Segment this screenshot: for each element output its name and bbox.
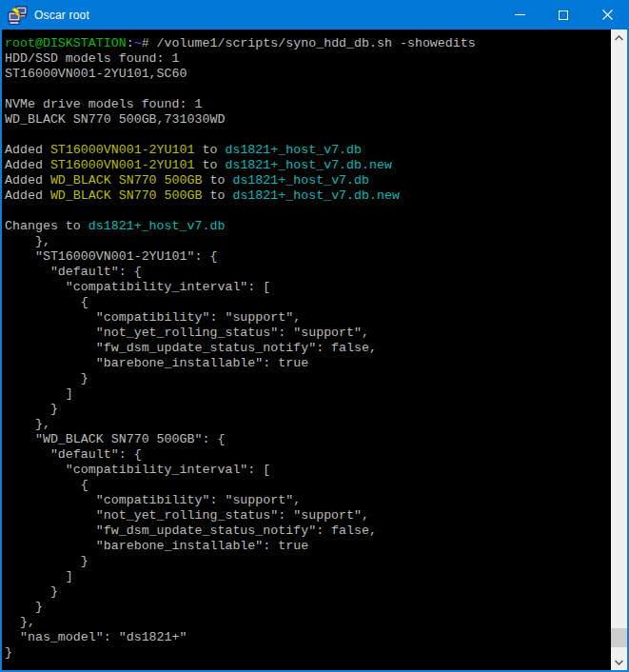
terminal-line: ] bbox=[5, 386, 611, 402]
terminal-line: ] bbox=[5, 569, 611, 584]
chevron-up-icon bbox=[615, 35, 623, 41]
terminal-line: root@DISKSTATION:~# /volume1/scripts/syn… bbox=[5, 36, 611, 51]
terminal-line: "not_yet_rolling_status": "support", bbox=[5, 326, 611, 341]
terminal-line: { bbox=[5, 478, 611, 493]
window-title: Oscar root bbox=[34, 9, 89, 22]
terminal-line: "default": { bbox=[5, 265, 611, 280]
terminal-line: "barebone_installable": true bbox=[5, 539, 611, 554]
terminal-line: } bbox=[5, 554, 611, 569]
terminal-line: ST16000VN001-2YU101,SC60 bbox=[5, 67, 611, 82]
maximize-button[interactable] bbox=[541, 0, 585, 30]
scroll-down-button[interactable] bbox=[611, 654, 627, 670]
chevron-down-icon bbox=[615, 660, 623, 665]
minimize-button[interactable] bbox=[498, 0, 541, 30]
terminal-line: "nas_model": "ds1821+" bbox=[5, 630, 611, 645]
terminal-line: Added WD_BLACK SN770 500GB to ds1821+_ho… bbox=[5, 173, 611, 188]
terminal-line: "ST16000VN001-2YU101": { bbox=[5, 249, 611, 265]
terminal-line: Added WD_BLACK SN770 500GB to ds1821+_ho… bbox=[5, 188, 611, 204]
terminal-line: }, bbox=[5, 615, 611, 630]
terminal-line: "WD_BLACK SN770 500GB": { bbox=[5, 432, 611, 447]
terminal-line: WD_BLACK SN770 500GB,731030WD bbox=[5, 112, 611, 128]
terminal-line: { bbox=[5, 295, 611, 310]
scroll-up-button[interactable] bbox=[611, 30, 627, 46]
terminal-line: Changes to ds1821+_host_v7.db bbox=[5, 219, 611, 234]
terminal-screen[interactable]: root@DISKSTATION:~# /volume1/scripts/syn… bbox=[2, 30, 611, 670]
terminal-line: } bbox=[5, 584, 611, 600]
terminal-line: "compatibility_interval": [ bbox=[5, 280, 611, 295]
terminal-line: }, bbox=[5, 234, 611, 249]
scrollbar[interactable] bbox=[611, 30, 627, 670]
terminal-line: }, bbox=[5, 417, 611, 432]
scrollbar-thumb[interactable] bbox=[611, 628, 627, 647]
terminal-line: Added ST16000VN001-2YU101 to ds1821+_hos… bbox=[5, 143, 611, 158]
terminal-line: "compatibility": "support", bbox=[5, 493, 611, 508]
terminal-line: } bbox=[5, 371, 611, 386]
close-icon bbox=[602, 10, 613, 20]
terminal-line: Added ST16000VN001-2YU101 to ds1821+_hos… bbox=[5, 158, 611, 173]
terminal-line bbox=[5, 204, 611, 219]
terminal-line: NVMe drive models found: 1 bbox=[5, 97, 611, 112]
terminal-line: "fw_dsm_update_status_notify": false, bbox=[5, 341, 611, 356]
terminal-line: "default": { bbox=[5, 447, 611, 463]
terminal-line: } bbox=[5, 402, 611, 417]
putty-window: Oscar root root@DISKSTATION:~# /volume1/… bbox=[0, 0, 629, 672]
putty-terminal-icon bbox=[8, 6, 29, 25]
terminal-line: "barebone_installable": true bbox=[5, 356, 611, 371]
maximize-icon bbox=[559, 10, 568, 20]
titlebar[interactable]: Oscar root bbox=[0, 0, 629, 30]
terminal-line: "not_yet_rolling_status": "support", bbox=[5, 508, 611, 524]
terminal-line bbox=[5, 128, 611, 143]
terminal-line: HDD/SSD models found: 1 bbox=[5, 51, 611, 67]
terminal-line: "fw_dsm_update_status_notify": false, bbox=[5, 524, 611, 539]
terminal-line: "compatibility": "support", bbox=[5, 310, 611, 326]
terminal-line: } bbox=[5, 600, 611, 615]
window-client-area: root@DISKSTATION:~# /volume1/scripts/syn… bbox=[0, 30, 629, 672]
minimize-icon bbox=[515, 14, 525, 15]
caption-buttons bbox=[498, 0, 629, 30]
terminal-line bbox=[5, 82, 611, 97]
close-button[interactable] bbox=[585, 0, 629, 30]
terminal-line: "compatibility_interval": [ bbox=[5, 463, 611, 478]
terminal-line: } bbox=[5, 645, 611, 661]
